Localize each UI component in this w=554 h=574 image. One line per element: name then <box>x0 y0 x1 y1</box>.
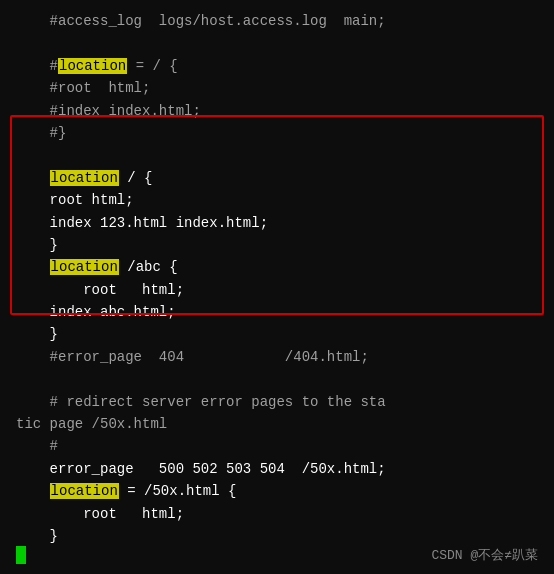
code-line-3: #location = / { <box>0 55 554 77</box>
code-line-13: root html; <box>0 279 554 301</box>
code-line-1: #access_log logs/host.access.log main; <box>0 10 554 32</box>
code-line-16: #error_page 404 /404.html; <box>0 346 554 368</box>
location-highlight-1: location <box>58 58 127 74</box>
code-line-5: #index index.html; <box>0 100 554 122</box>
code-container: #access_log logs/host.access.log main; #… <box>0 0 554 574</box>
code-line-22: location = /50x.html { <box>0 480 554 502</box>
code-line-8: location / { <box>0 167 554 189</box>
code-line-21: error_page 500 502 503 504 /50x.html; <box>0 458 554 480</box>
code-line-24: } <box>0 525 554 547</box>
code-line-6: #} <box>0 122 554 144</box>
code-line-20: # <box>0 435 554 457</box>
code-line-14: index abc.html; <box>0 301 554 323</box>
location-highlight-2: location <box>50 170 119 186</box>
location-highlight-3: location <box>50 259 119 275</box>
code-line-4: #root html; <box>0 77 554 99</box>
code-line-23: root html; <box>0 503 554 525</box>
code-line-17 <box>0 368 554 390</box>
code-line-9: root html; <box>0 189 554 211</box>
cursor <box>16 546 26 564</box>
location-highlight-4: location <box>50 483 119 499</box>
code-line-2 <box>0 32 554 54</box>
code-line-10: index 123.html index.html; <box>0 212 554 234</box>
code-line-18: # redirect server error pages to the sta <box>0 391 554 413</box>
code-line-7 <box>0 144 554 166</box>
code-line-11: } <box>0 234 554 256</box>
watermark: CSDN @不会≠趴菜 <box>431 546 538 564</box>
code-line-19: tic page /50x.html <box>0 413 554 435</box>
code-line-15: } <box>0 323 554 345</box>
code-line-12: location /abc { <box>0 256 554 278</box>
